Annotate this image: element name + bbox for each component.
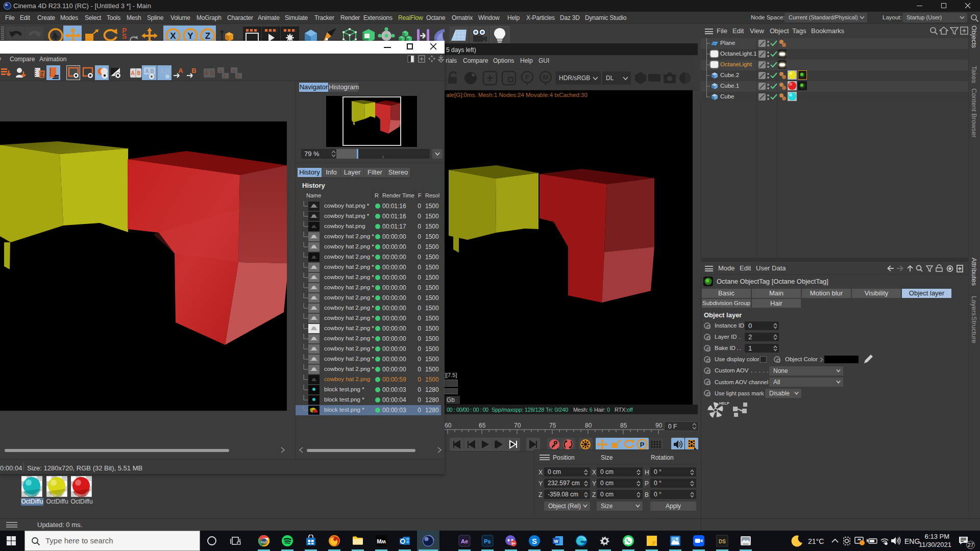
svg-text:F: F xyxy=(525,73,529,81)
svg-text:HELP: HELP xyxy=(719,401,729,406)
svg-text:9+: 9+ xyxy=(511,542,516,545)
svg-text:RAD: RAD xyxy=(261,541,267,544)
svg-text:Ae: Ae xyxy=(461,538,468,544)
svg-text:Mʍ: Mʍ xyxy=(377,538,386,544)
svg-text:A: A xyxy=(131,70,134,76)
svg-text:A: A xyxy=(178,67,183,74)
svg-text:Z: Z xyxy=(205,31,210,41)
svg-text:A: A xyxy=(145,68,149,74)
svg-text:DS: DS xyxy=(719,539,726,544)
svg-text:M: M xyxy=(543,73,549,81)
svg-text:B: B xyxy=(224,74,227,79)
svg-text:Y: Y xyxy=(187,31,193,41)
svg-text:W: W xyxy=(554,539,558,544)
svg-text:B: B xyxy=(191,67,196,74)
svg-text:AB: AB xyxy=(160,67,170,76)
svg-text:Ps: Ps xyxy=(484,538,491,544)
svg-text:A: A xyxy=(204,70,208,76)
svg-text:B: B xyxy=(237,74,240,79)
svg-text:S: S xyxy=(532,537,537,545)
svg-text:X: X xyxy=(170,31,176,41)
svg-text:A: A xyxy=(219,68,222,73)
svg-text:P: P xyxy=(640,441,645,448)
svg-text:B: B xyxy=(137,70,140,76)
svg-text:B: B xyxy=(210,70,214,76)
svg-text:B: B xyxy=(150,68,154,74)
svg-text:A: A xyxy=(232,68,235,73)
